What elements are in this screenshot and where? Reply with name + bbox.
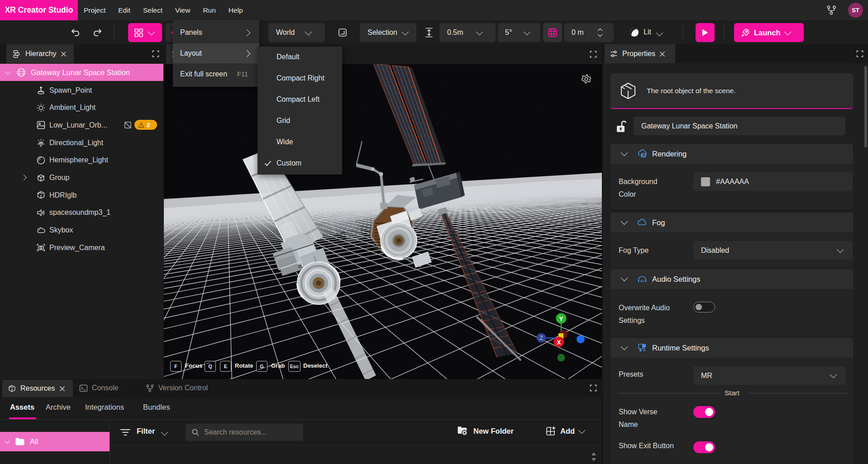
svg-text:Y: Y [559, 315, 563, 322]
svg-text:Z: Z [539, 334, 544, 341]
svg-text:X: X [557, 339, 561, 346]
